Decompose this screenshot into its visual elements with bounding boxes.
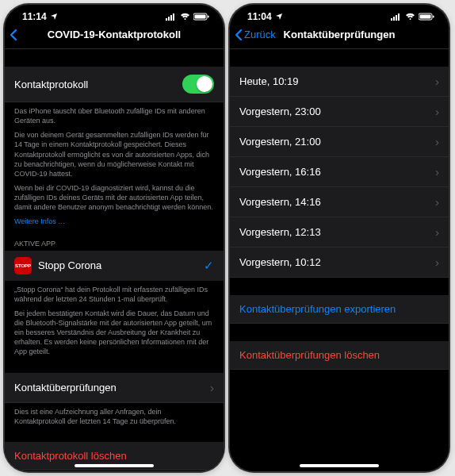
row-delete-checks[interactable]: Kontaktüberprüfungen löschen <box>230 341 449 370</box>
chevron-right-icon: › <box>210 381 214 394</box>
svg-rect-6 <box>208 16 209 18</box>
list-item[interactable]: Vorgestern, 14:16› <box>230 187 449 217</box>
list-item-label: Vorgestern, 10:12 <box>239 256 321 268</box>
chevron-right-icon: › <box>435 225 439 239</box>
list-item[interactable]: Heute, 10:19› <box>230 67 449 97</box>
checks-description: Dies ist eine Aufzeichnung aller Anfrage… <box>5 403 224 426</box>
chevron-right-icon: › <box>435 165 439 178</box>
row-export[interactable]: Kontaktüberprüfungen exportieren <box>230 295 449 324</box>
content-left: Kontaktprotokoll Das iPhone tauscht über… <box>5 49 224 471</box>
description-block: Das iPhone tauscht über Bluetooth zufäll… <box>5 102 224 227</box>
row-kontaktueberpruefungen[interactable]: Kontaktüberprüfungen › <box>5 373 224 403</box>
section-header-active-app: AKTIVE APP <box>5 232 224 251</box>
toggle-row-kontaktprotokoll[interactable]: Kontaktprotokoll <box>5 67 224 102</box>
list-item[interactable]: Vorgestern, 16:16› <box>230 157 449 187</box>
app-name: Stopp Corona <box>38 259 197 271</box>
chevron-right-icon: › <box>435 105 439 118</box>
svg-rect-10 <box>398 13 400 21</box>
list-item-label: Vorgestern, 23:00 <box>239 106 321 117</box>
signal-icon <box>391 13 402 21</box>
chevron-left-icon <box>10 29 17 41</box>
app-row-stopp-corona[interactable]: STOPP Stopp Corona ✓ <box>5 251 224 281</box>
home-indicator[interactable] <box>75 464 154 467</box>
svg-rect-5 <box>195 15 206 19</box>
toggle-label: Kontaktprotokoll <box>14 79 88 90</box>
svg-rect-1 <box>168 17 170 21</box>
app-icon: STOPP <box>14 257 32 274</box>
list-item-label: Heute, 10:19 <box>239 75 298 87</box>
phone-right: 11:04 Zurück Kontaktüberprüfungen Heute,… <box>230 5 449 471</box>
svg-rect-3 <box>173 13 174 21</box>
list-item[interactable]: Vorgestern, 10:12› <box>230 248 449 278</box>
page-title: COVID-19-Kontaktprotokoll <box>48 29 181 40</box>
navigation-bar: COVID-19-Kontaktprotokoll <box>5 24 224 49</box>
toggle-switch[interactable] <box>182 75 214 94</box>
status-time: 11:04 <box>247 11 272 22</box>
battery-icon <box>419 13 434 21</box>
page-title: Kontaktüberprüfungen <box>284 29 396 40</box>
chevron-right-icon: › <box>435 195 439 209</box>
list-item-label: Vorgestern, 12:13 <box>239 226 321 238</box>
battery-icon <box>193 13 209 21</box>
list-item-label: Vorgestern, 21:00 <box>239 136 321 148</box>
status-bar: 11:14 <box>5 5 224 24</box>
list-item[interactable]: Vorgestern, 23:00› <box>230 97 449 127</box>
checkmark-icon: ✓ <box>204 259 214 273</box>
navigation-bar: Zurück Kontaktüberprüfungen <box>230 24 449 49</box>
back-button[interactable] <box>10 29 17 41</box>
wifi-icon <box>405 13 415 21</box>
location-icon <box>50 13 58 21</box>
check-list: Heute, 10:19›Vorgestern, 23:00›Vorgester… <box>230 67 449 278</box>
chevron-right-icon: › <box>435 75 439 88</box>
list-item[interactable]: Vorgestern, 21:00› <box>230 127 449 157</box>
phone-left: 11:14 COVID-19-Kontaktprotokoll Kontaktp… <box>5 5 224 471</box>
svg-rect-0 <box>166 18 167 21</box>
home-indicator[interactable] <box>300 464 379 467</box>
status-time: 11:14 <box>22 11 47 22</box>
signal-icon <box>166 13 177 21</box>
chevron-right-icon: › <box>435 135 439 148</box>
list-item-label: Vorgestern, 14:16 <box>239 196 321 208</box>
svg-rect-7 <box>391 18 392 21</box>
back-button[interactable]: Zurück <box>235 29 276 41</box>
svg-rect-12 <box>420 15 431 19</box>
svg-rect-13 <box>433 16 434 18</box>
chevron-right-icon: › <box>435 255 439 269</box>
content-right: Heute, 10:19›Vorgestern, 23:00›Vorgester… <box>230 49 449 471</box>
svg-rect-8 <box>393 17 395 21</box>
list-item-label: Vorgestern, 16:16 <box>239 166 321 178</box>
app-description: „Stopp Corona“ hat dein Protokoll mit er… <box>5 281 224 357</box>
back-label: Zurück <box>244 29 276 40</box>
status-bar: 11:04 <box>230 5 449 24</box>
more-info-link[interactable]: Weitere Infos … <box>14 217 214 226</box>
list-item[interactable]: Vorgestern, 12:13› <box>230 217 449 248</box>
svg-rect-9 <box>396 15 397 21</box>
delete-description: Das Löschen deines Kontaktprotokolls ent… <box>5 470 224 471</box>
location-icon <box>275 13 283 21</box>
svg-rect-2 <box>170 15 172 21</box>
wifi-icon <box>180 13 190 21</box>
chevron-left-icon <box>235 29 243 41</box>
